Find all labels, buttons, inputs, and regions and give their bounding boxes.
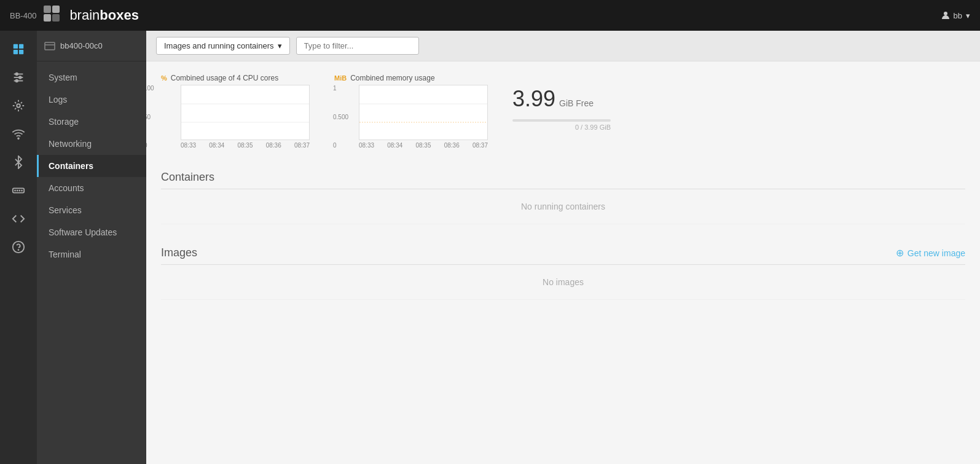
- charts-section: % Combined usage of 4 CPU cores 100 50 0: [161, 74, 965, 149]
- sidebar-item-storage[interactable]: Storage: [37, 111, 146, 133]
- memory-chart-title: Combined memory usage: [350, 74, 434, 82]
- memory-stats: 3.99 GiB Free 0 / 3.99 GiB: [512, 74, 611, 131]
- memory-free-label: GiB Free: [559, 98, 594, 108]
- svg-rect-5: [14, 44, 18, 49]
- sidebar-icon-sliders[interactable]: [3, 64, 34, 91]
- containers-section-header: Containers: [161, 163, 965, 189]
- view-dropdown[interactable]: Images and running containers ▾: [156, 37, 290, 55]
- svg-rect-3: [52, 14, 60, 22]
- filter-input[interactable]: [296, 37, 419, 55]
- content-area: % Combined usage of 4 CPU cores 100 50 0: [146, 61, 980, 312]
- sidebar-device-header: bb400-00c0: [37, 31, 146, 61]
- plus-circle-icon: ⊕: [896, 247, 904, 259]
- sidebar-icon-code[interactable]: [3, 205, 34, 232]
- sliders-icon: [12, 71, 25, 84]
- svg-point-12: [15, 73, 18, 76]
- svg-rect-0: [44, 6, 51, 13]
- cpu-x-labels: 08:33 08:34 08:35 08:36 08:37: [181, 140, 310, 149]
- main-content: Images and running containers ▾ % Combin…: [146, 31, 980, 464]
- sidebar-item-system[interactable]: System: [37, 66, 146, 88]
- svg-rect-6: [19, 44, 23, 49]
- text-sidebar: bb400-00c0 System Logs Storage Networkin…: [37, 31, 146, 464]
- svg-point-14: [15, 80, 18, 82]
- sidebar-item-software-updates[interactable]: Software Updates: [37, 221, 146, 243]
- layout: bb400-00c0 System Logs Storage Networkin…: [0, 31, 980, 464]
- dashboard-icon: [12, 42, 25, 56]
- user-icon: [941, 11, 950, 20]
- svg-point-4: [944, 12, 947, 15]
- sidebar-item-services[interactable]: Services: [37, 199, 146, 221]
- sidebar-icon-bluetooth[interactable]: [3, 149, 34, 176]
- svg-point-16: [18, 138, 19, 139]
- sidebar-icon-wifi[interactable]: [3, 120, 34, 147]
- svg-rect-1: [52, 6, 60, 13]
- cpu-y-labels: 100 50 0: [146, 85, 154, 149]
- svg-rect-24: [45, 42, 55, 50]
- svg-rect-8: [19, 50, 23, 54]
- cpu-chart-title: Combined usage of 4 CPU cores: [171, 74, 278, 82]
- user-menu[interactable]: bb ▾: [941, 11, 970, 20]
- containers-empty-message: No running containers: [161, 189, 965, 224]
- memory-bar-label: 0 / 3.99 GiB: [512, 124, 611, 131]
- subheader: Images and running containers ▾: [146, 31, 980, 61]
- cpu-chart-container: % Combined usage of 4 CPU cores 100 50 0: [161, 74, 310, 149]
- help-icon: [12, 240, 25, 254]
- topbar-left: BB-400 brainboxes: [10, 4, 139, 26]
- containers-section: Containers No running containers: [161, 163, 965, 224]
- cpu-chart-label: % Combined usage of 4 CPU cores: [161, 74, 310, 82]
- bluetooth-icon: [12, 155, 25, 169]
- memory-bar-track: [512, 119, 611, 122]
- cpu-chart-svg: [181, 85, 310, 140]
- icon-sidebar: [0, 31, 37, 464]
- memory-value: 3.99: [512, 86, 555, 112]
- sidebar-device-name: bb400-00c0: [60, 41, 103, 50]
- sidebar-item-logs[interactable]: Logs: [37, 88, 146, 111]
- cpu-chart-box: [181, 85, 310, 140]
- chevron-down-icon: ▾: [278, 41, 282, 50]
- serial-port-icon: [12, 184, 25, 197]
- gear-icon: [12, 99, 25, 112]
- memory-y-labels: 1 0.500 0: [333, 85, 348, 149]
- text-sidebar-nav: System Logs Storage Networking Container…: [37, 61, 146, 265]
- images-section-title: Images: [161, 246, 197, 259]
- svg-point-13: [19, 76, 22, 79]
- device-icon: [44, 41, 55, 52]
- logo-icon: [42, 4, 65, 26]
- memory-chart-box: [359, 85, 488, 140]
- cpu-chart-unit: %: [161, 74, 167, 82]
- sidebar-icon-dashboard[interactable]: [3, 36, 34, 63]
- sidebar-icon-serial[interactable]: [3, 177, 34, 204]
- images-empty-message: No images: [161, 265, 965, 300]
- sidebar-item-networking[interactable]: Networking: [37, 133, 146, 155]
- device-label: BB-400: [10, 11, 36, 20]
- sidebar-item-accounts[interactable]: Accounts: [37, 177, 146, 199]
- code-icon: [12, 212, 25, 226]
- images-section-header: Images ⊕ Get new image: [161, 239, 965, 265]
- wifi-icon: [12, 127, 25, 141]
- logo: brainboxes: [42, 4, 139, 26]
- svg-rect-7: [14, 50, 18, 54]
- memory-chart-label: MiB Combined memory usage: [334, 74, 488, 82]
- sidebar-icon-settings[interactable]: [3, 92, 34, 119]
- images-section: Images ⊕ Get new image No images: [161, 239, 965, 300]
- memory-chart-container: MiB Combined memory usage 1 0.500 0: [334, 74, 488, 149]
- sidebar-item-terminal[interactable]: Terminal: [37, 243, 146, 265]
- svg-point-15: [17, 104, 20, 108]
- sidebar-icon-help[interactable]: [3, 234, 34, 261]
- get-new-image-button[interactable]: ⊕ Get new image: [896, 247, 965, 259]
- memory-chart-svg: [359, 85, 488, 140]
- svg-rect-2: [44, 14, 51, 22]
- memory-x-labels: 08:33 08:34 08:35 08:36 08:37: [359, 140, 488, 149]
- logo-text: brainboxes: [69, 7, 139, 23]
- containers-section-title: Containers: [161, 171, 214, 184]
- topbar: BB-400 brainboxes bb ▾: [0, 0, 980, 31]
- memory-chart-unit: MiB: [334, 74, 347, 82]
- sidebar-item-containers[interactable]: Containers: [37, 155, 146, 177]
